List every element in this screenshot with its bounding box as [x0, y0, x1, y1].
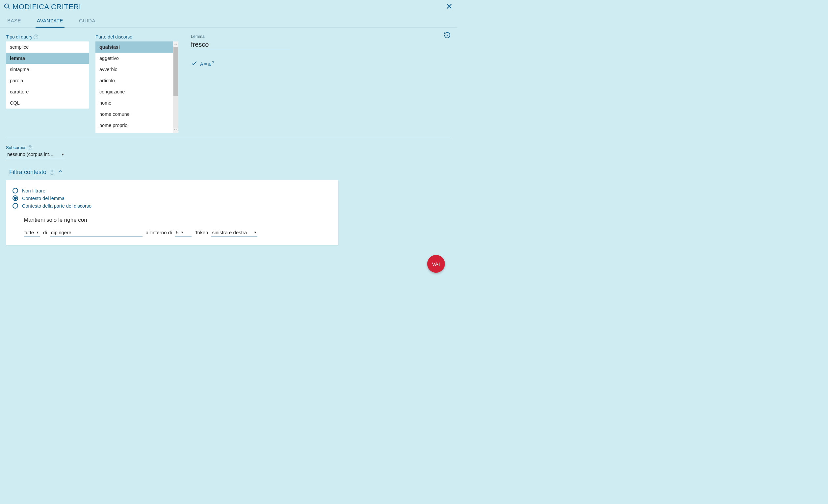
pos-list-wrapper: qualsiasi aggettivo avverbio articolo co…	[95, 41, 178, 133]
chevron-down-icon: ▼	[36, 230, 39, 234]
scroll-track[interactable]	[173, 47, 178, 128]
radio-contesto-pos[interactable]: Contesto della parte del discorso	[12, 202, 332, 210]
subcorpus-section: Subcorpus ? nessuno (corpus int… ▼	[0, 137, 457, 158]
scrollbar[interactable]: ︿ ﹀	[173, 41, 178, 133]
filter-context-header[interactable]: Filtra contesto ?	[0, 158, 457, 180]
count-value: 5	[176, 229, 178, 235]
direction-value: sinistra e destra	[212, 229, 247, 235]
svg-point-4	[447, 35, 448, 36]
all-value: tutte	[24, 229, 34, 235]
history-icon[interactable]	[444, 32, 451, 40]
of-text: di	[43, 229, 47, 235]
chevron-up-icon	[57, 169, 63, 176]
main-content: Tipo di query ? semplice lemma sintagma …	[0, 28, 457, 133]
lemma-label: Lemma	[191, 34, 290, 39]
case-label: A = a	[200, 61, 211, 67]
pos-list: qualsiasi aggettivo avverbio articolo co…	[95, 41, 173, 133]
context-word-input[interactable]	[50, 229, 142, 237]
list-item[interactable]: congiuzione	[95, 86, 173, 97]
list-item[interactable]: nome	[95, 97, 173, 109]
case-sup: ?	[212, 61, 214, 65]
list-item[interactable]: aggettivo	[95, 53, 173, 64]
check-icon	[191, 60, 198, 68]
chevron-down-icon: ▼	[253, 230, 257, 234]
radio-label: Contesto della parte del discorso	[22, 203, 91, 209]
go-button[interactable]: VAI	[427, 255, 445, 273]
filter-panel: Non filtrare Contesto del lemma Contesto…	[6, 180, 338, 245]
list-item[interactable]: lemma	[6, 53, 89, 64]
list-item[interactable]: nome proprio	[95, 120, 173, 131]
subcorpus-label: Subcorpus ?	[6, 145, 451, 150]
lemma-input[interactable]	[191, 40, 290, 50]
tab-base[interactable]: BASE	[6, 15, 23, 27]
scroll-up-icon[interactable]: ︿	[173, 41, 178, 47]
within-text: all'interno di	[146, 229, 172, 235]
page-title: MODIFICA CRITERI	[12, 3, 81, 11]
scroll-thumb[interactable]	[173, 47, 178, 96]
case-sensitivity-toggle[interactable]: A = a ?	[191, 60, 290, 68]
list-item[interactable]: avverbio	[95, 64, 173, 75]
lemma-column: Lemma A = a ?	[185, 34, 290, 133]
close-icon[interactable]	[446, 3, 453, 11]
scroll-down-icon[interactable]: ﹀	[173, 128, 178, 133]
list-item[interactable]: semplice	[6, 41, 89, 53]
query-type-label: Tipo di query ?	[6, 34, 89, 39]
radio-icon	[12, 188, 18, 194]
radio-icon	[12, 196, 18, 201]
query-type-label-text: Tipo di query	[6, 34, 32, 39]
list-item[interactable]: articolo	[95, 75, 173, 86]
radio-contesto-lemma[interactable]: Contesto del lemma	[12, 195, 332, 202]
keep-rows-text: Mantieni solo le righe con	[24, 217, 332, 223]
search-refresh-icon	[3, 3, 10, 11]
all-select[interactable]: tutte ▼	[24, 229, 40, 237]
help-icon[interactable]: ?	[34, 35, 38, 39]
help-icon[interactable]: ?	[28, 145, 32, 150]
tab-avanzate[interactable]: AVANZATE	[36, 15, 65, 28]
tabs: BASE AVANZATE GUIDA	[0, 15, 457, 28]
list-item[interactable]: carattere	[6, 86, 89, 97]
subcorpus-select[interactable]: nessuno (corpus int… ▼	[6, 151, 65, 158]
list-item[interactable]: CQL	[6, 97, 89, 109]
list-item[interactable]: nome comune	[95, 109, 173, 120]
header-left: MODIFICA CRITERI	[3, 3, 81, 11]
chevron-down-icon: ▼	[61, 153, 65, 156]
tab-guida[interactable]: GUIDA	[78, 15, 97, 27]
svg-point-0	[5, 4, 9, 8]
radio-icon	[12, 203, 18, 209]
pos-label: Parte del discorso	[95, 34, 178, 39]
svg-line-1	[8, 8, 9, 9]
chevron-down-icon: ▼	[181, 230, 184, 234]
radio-non-filtrare[interactable]: Non filtrare	[12, 187, 332, 195]
header: MODIFICA CRITERI	[0, 0, 457, 13]
list-item[interactable]: qualsiasi	[95, 41, 173, 53]
token-text: Token	[195, 229, 208, 235]
radio-label: Non filtrare	[22, 188, 45, 194]
list-item[interactable]: sintagma	[6, 64, 89, 75]
filter-row: tutte ▼ di all'interno di 5 ▼ Token sini…	[24, 229, 332, 237]
subcorpus-label-text: Subcorpus	[6, 145, 26, 150]
query-type-column: Tipo di query ? semplice lemma sintagma …	[6, 34, 89, 133]
direction-select[interactable]: sinistra e destra ▼	[211, 229, 257, 237]
pos-column: Parte del discorso qualsiasi aggettivo a…	[95, 34, 178, 133]
count-select[interactable]: 5 ▼	[175, 229, 192, 237]
radio-label: Contesto del lemma	[22, 196, 65, 201]
help-icon[interactable]: ?	[50, 170, 54, 175]
list-item[interactable]: parola	[6, 75, 89, 86]
subcorpus-value: nessuno (corpus int…	[7, 152, 54, 157]
filter-context-title: Filtra contesto	[9, 169, 46, 176]
query-type-list: semplice lemma sintagma parola carattere…	[6, 41, 89, 109]
